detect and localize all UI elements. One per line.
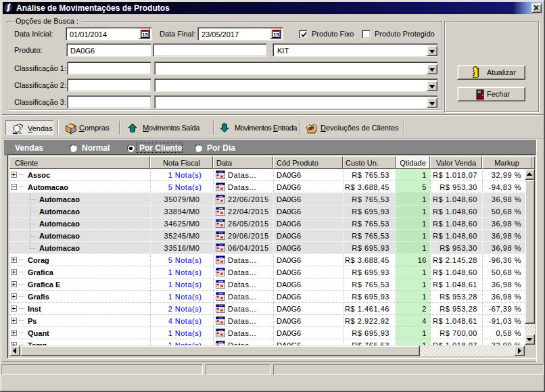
svg-text:15: 15: [142, 32, 147, 38]
svg-text:15: 15: [273, 32, 279, 38]
